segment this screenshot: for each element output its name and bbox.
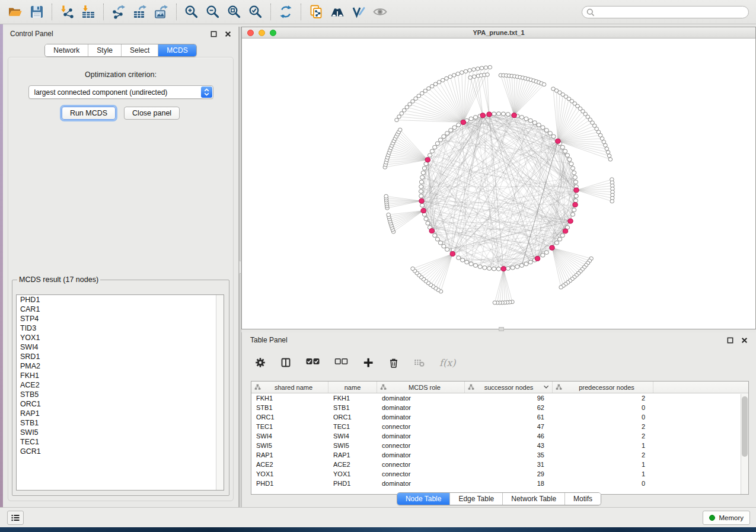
- graph-node[interactable]: [433, 82, 438, 86]
- import-network-icon[interactable]: [56, 2, 78, 21]
- graph-node[interactable]: [469, 117, 473, 121]
- graph-node[interactable]: [428, 153, 432, 158]
- graph-node[interactable]: [559, 286, 563, 289]
- table-scrollbar[interactable]: [741, 394, 748, 494]
- table-row[interactable]: RAP1RAP1dominator352: [251, 450, 748, 460]
- graph-node[interactable]: [457, 256, 461, 260]
- mcds-result-item[interactable]: ACE2: [17, 380, 224, 390]
- graph-node[interactable]: [574, 194, 578, 198]
- graph-node[interactable]: [476, 67, 480, 70]
- mcds-result-item[interactable]: SWI4: [17, 342, 224, 352]
- graph-node[interactable]: [554, 241, 559, 245]
- graph-node[interactable]: [424, 217, 428, 221]
- graph-node[interactable]: [468, 69, 472, 72]
- tab-node-table[interactable]: Node Table: [397, 493, 450, 505]
- graph-node[interactable]: [433, 145, 437, 149]
- graph-node[interactable]: [452, 73, 456, 77]
- table-scrollbar-thumb[interactable]: [742, 396, 748, 457]
- memory-button[interactable]: Memory: [703, 511, 750, 525]
- graph-node[interactable]: [435, 142, 439, 146]
- graph-node[interactable]: [610, 200, 614, 203]
- graph-node[interactable]: [433, 233, 437, 238]
- graph-node-dominator[interactable]: [429, 229, 434, 233]
- graph-node-dominator[interactable]: [487, 112, 492, 117]
- graph-node[interactable]: [487, 267, 492, 271]
- graph-node[interactable]: [528, 260, 532, 264]
- delete-row-icon[interactable]: [388, 357, 399, 368]
- window-zoom-button[interactable]: [270, 30, 276, 36]
- graph-node-dominator[interactable]: [574, 188, 579, 193]
- graph-node[interactable]: [573, 175, 577, 180]
- graph-node[interactable]: [461, 258, 465, 262]
- mcds-result-item[interactable]: FKH1: [17, 371, 224, 380]
- mcds-result-item[interactable]: PMA2: [17, 361, 224, 371]
- graph-node[interactable]: [501, 112, 505, 116]
- graph-node[interactable]: [542, 82, 546, 86]
- show-graphics-details-icon[interactable]: [369, 2, 391, 21]
- graph-node-dominator[interactable]: [568, 219, 573, 223]
- graph-node[interactable]: [570, 166, 575, 171]
- graph-node[interactable]: [519, 264, 524, 268]
- tab-mcds[interactable]: MCDS: [158, 44, 196, 56]
- mcds-result-item[interactable]: STB5: [17, 390, 224, 399]
- graph-node[interactable]: [430, 149, 434, 153]
- graph-node[interactable]: [421, 171, 425, 175]
- table-row[interactable]: STB1STB1dominator620: [251, 403, 748, 412]
- graph-node[interactable]: [457, 123, 461, 127]
- run-mcds-button[interactable]: Run MCDS: [62, 107, 116, 120]
- task-history-button[interactable]: [7, 511, 24, 525]
- tab-network-table[interactable]: Network Table: [502, 493, 564, 505]
- graph-node[interactable]: [544, 129, 548, 133]
- graph-node[interactable]: [541, 254, 545, 258]
- graph-node[interactable]: [480, 66, 484, 70]
- graph-node[interactable]: [397, 115, 401, 118]
- zoom-in-icon[interactable]: [181, 2, 202, 21]
- graph-node[interactable]: [573, 180, 578, 184]
- graph-node[interactable]: [419, 180, 423, 184]
- graph-node[interactable]: [544, 251, 548, 255]
- float-panel-icon[interactable]: [210, 30, 217, 37]
- graph-node[interactable]: [608, 158, 613, 161]
- mcds-result-item[interactable]: STB1: [17, 418, 224, 428]
- table-row[interactable]: PHD1PHD1dominator180: [251, 479, 748, 488]
- graph-node[interactable]: [551, 134, 556, 139]
- graph-node-dominator[interactable]: [512, 113, 516, 118]
- table-row[interactable]: SWI4SWI4dominator462: [251, 431, 748, 441]
- mcds-list-scrollbar[interactable]: [216, 295, 224, 490]
- graph-node[interactable]: [606, 150, 610, 154]
- graph-node[interactable]: [452, 126, 457, 130]
- graph-node[interactable]: [492, 267, 496, 271]
- graph-node[interactable]: [395, 118, 399, 121]
- graph-node[interactable]: [496, 112, 500, 116]
- graph-node[interactable]: [473, 75, 477, 78]
- graph-node[interactable]: [398, 128, 402, 132]
- graph-node[interactable]: [445, 248, 449, 252]
- column-header-predecessor-nodes[interactable]: predecessor nodes: [553, 382, 653, 393]
- search-network-icon[interactable]: [327, 2, 348, 21]
- tab-motifs[interactable]: Motifs: [564, 493, 601, 505]
- add-row-icon[interactable]: [363, 357, 374, 368]
- graph-node[interactable]: [560, 145, 564, 149]
- graph-node-dominator[interactable]: [573, 203, 578, 207]
- open-session-icon[interactable]: [5, 2, 26, 21]
- mcds-result-item[interactable]: TEC1: [17, 437, 224, 447]
- optimization-criterion-select[interactable]: largest connected component (undirected): [28, 85, 213, 99]
- graph-node[interactable]: [473, 264, 477, 268]
- graph-node[interactable]: [548, 132, 552, 136]
- network-canvas[interactable]: [242, 39, 755, 329]
- graph-node-dominator[interactable]: [535, 256, 540, 261]
- graph-node[interactable]: [570, 213, 575, 217]
- graph-node[interactable]: [486, 73, 490, 76]
- mcds-result-item[interactable]: CAR1: [17, 305, 224, 314]
- table-row[interactable]: SWI5SWI5connector431: [251, 441, 748, 450]
- graph-node[interactable]: [438, 241, 442, 245]
- graph-node-dominator[interactable]: [461, 120, 465, 124]
- mcds-result-item[interactable]: TID3: [17, 323, 224, 333]
- clone-network-icon[interactable]: [305, 2, 327, 21]
- search-input[interactable]: [582, 6, 749, 18]
- close-panel-button[interactable]: Close panel: [124, 107, 180, 120]
- tab-select[interactable]: Select: [121, 44, 158, 56]
- graph-node[interactable]: [569, 162, 573, 166]
- graph-node[interactable]: [573, 198, 578, 203]
- graph-node[interactable]: [484, 66, 488, 69]
